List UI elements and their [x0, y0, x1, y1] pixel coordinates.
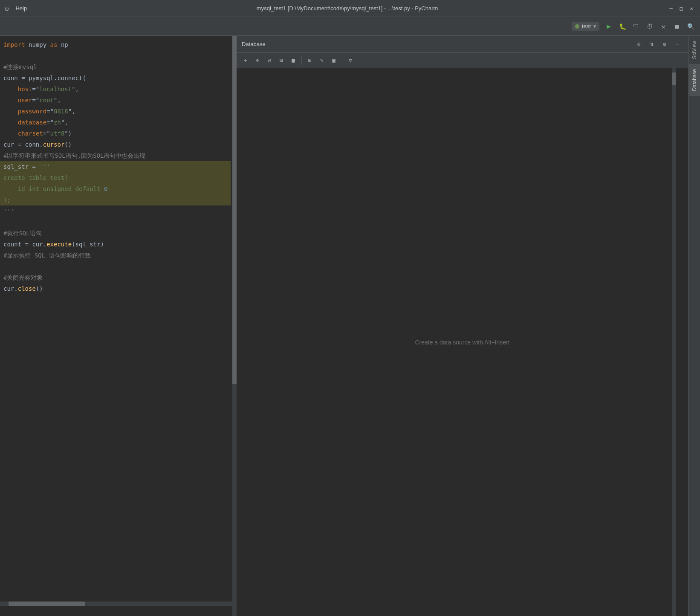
db-scrollbar-thumb[interactable] — [672, 72, 676, 85]
stop-button[interactable]: ■ — [671, 20, 683, 32]
code-line-highlighted: id int unsigned default 0 — [0, 183, 231, 194]
code-line: import numpy as np — [0, 39, 231, 50]
db-edit-button[interactable]: ✎ — [316, 55, 327, 66]
run-config-arrow: ▼ — [593, 24, 596, 29]
db-add-datasource-button[interactable]: ⊕ — [633, 39, 645, 50]
toolbar: test ▼ ▶ 🐛 🛡 ⏱ ⚒ ■ 🔍 — [0, 17, 700, 36]
code-line: count = cur.execute(sql_str) — [0, 239, 231, 250]
code-line: conn = pymysql.connect( — [0, 72, 231, 84]
code-line-highlighted: sql_str = ''' — [0, 161, 231, 172]
code-line: user="root", — [0, 95, 231, 106]
db-table-button[interactable]: ⊞ — [304, 55, 315, 66]
code-line-highlighted: ); — [0, 194, 231, 205]
search-button[interactable]: 🔍 — [685, 20, 697, 32]
db-vertical-scrollbar[interactable] — [672, 68, 676, 616]
run-button[interactable]: ▶ — [603, 20, 615, 32]
db-separator — [301, 57, 302, 64]
horizontal-scrollbar[interactable] — [0, 602, 237, 606]
code-line: cur.close() — [0, 283, 231, 294]
menu-help[interactable]: Help — [15, 5, 27, 12]
db-filter-button[interactable]: ▽ — [345, 55, 356, 66]
database-title: Database — [242, 41, 266, 47]
db-settings-button[interactable]: ⚙ — [659, 39, 670, 50]
run-config-icon — [575, 24, 579, 29]
code-line-highlighted: create table test( — [0, 172, 231, 183]
code-vertical-scrollbar[interactable] — [232, 36, 237, 616]
code-line-comment: #关闭光标对象 — [0, 272, 231, 283]
code-line-comment: #执行SQL语句 — [0, 228, 231, 239]
code-line: password="8818", — [0, 106, 231, 117]
database-header: Database ⊕ ⇅ ⚙ ─ — [237, 36, 688, 53]
sciview-tab[interactable]: SciView — [689, 36, 700, 64]
db-separator — [342, 57, 342, 64]
database-panel: Database ⊕ ⇅ ⚙ ─ + ⊕ ↺ ⊞ ■ ⊞ ✎ ▣ ▽ Creat… — [237, 36, 688, 616]
code-line: charset="utf8") — [0, 128, 231, 139]
profile-button[interactable]: ⏱ — [644, 20, 656, 32]
window-icon: ω — [5, 5, 9, 12]
code-line: host="localhost", — [0, 84, 231, 95]
db-new-button[interactable]: + — [240, 55, 251, 66]
code-editor: import numpy as np #连接mysql conn = pymys… — [0, 36, 237, 616]
code-line — [0, 261, 231, 272]
h-scrollbar-thumb[interactable] — [9, 602, 85, 606]
title-text: mysql_test1 [D:\MyDocument\code\py\mysql… — [34, 5, 661, 12]
close-button[interactable]: ✕ — [688, 5, 695, 12]
code-content: import numpy as np #连接mysql conn = pymys… — [0, 36, 237, 616]
db-view-button[interactable]: ▣ — [328, 55, 339, 66]
code-line-comment: #显示执行 SQL 语句影响的行数 — [0, 250, 231, 261]
coverage-button[interactable]: 🛡 — [630, 20, 642, 32]
run-config-label: test — [582, 23, 591, 29]
run-config-selector[interactable]: test ▼ — [572, 22, 599, 31]
code-line — [0, 50, 231, 61]
database-hint: Create a data source with Alt+Insert — [415, 339, 509, 346]
db-schema-button[interactable]: ⊞ — [276, 55, 287, 66]
database-toolbar: + ⊕ ↺ ⊞ ■ ⊞ ✎ ▣ ▽ — [237, 53, 688, 68]
title-bar: ω Help mysql_test1 [D:\MyDocument\code\p… — [0, 0, 700, 17]
db-stop-button[interactable]: ■ — [288, 55, 299, 66]
right-side-tabs: SciView Database — [688, 36, 700, 616]
code-line-comment: #连接mysql — [0, 61, 231, 72]
code-line — [0, 217, 231, 228]
db-duplicate-button[interactable]: ⊕ — [252, 55, 263, 66]
scrollbar-thumb[interactable] — [232, 36, 237, 384]
code-line-comment: #以字符串形式书写SQL语句,因为SQL语句中也会出现 — [0, 150, 231, 161]
db-sort-button[interactable]: ⇅ — [646, 39, 657, 50]
code-line: ''' — [0, 205, 231, 217]
debug-button[interactable]: 🐛 — [616, 20, 628, 32]
db-collapse-button[interactable]: ─ — [672, 39, 683, 50]
maximize-button[interactable]: □ — [678, 5, 685, 12]
main-layout: import numpy as np #连接mysql conn = pymys… — [0, 36, 700, 616]
database-tab[interactable]: Database — [689, 64, 700, 96]
database-content: Create a data source with Alt+Insert — [237, 68, 688, 616]
code-line: cur = conn.cursor() — [0, 139, 231, 150]
database-header-buttons: ⊕ ⇅ ⚙ ─ — [633, 39, 683, 50]
window-controls: ─ □ ✕ — [668, 5, 695, 12]
db-refresh-button[interactable]: ↺ — [264, 55, 275, 66]
code-line: database="zh", — [0, 117, 231, 128]
build-button[interactable]: ⚒ — [657, 20, 669, 32]
minimize-button[interactable]: ─ — [668, 5, 674, 12]
